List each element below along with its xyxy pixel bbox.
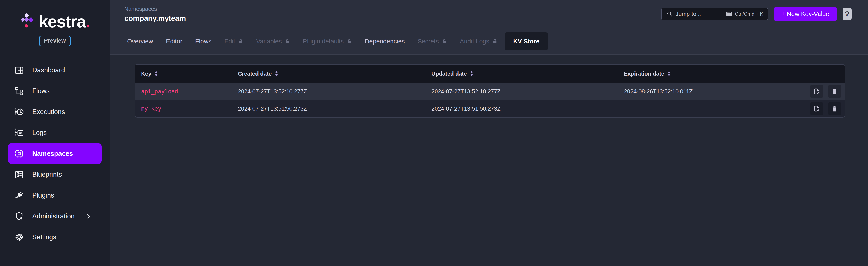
kv-store-content: Key Created date Updated date [110,55,868,266]
sidebar-item-logs[interactable]: Logs [0,122,110,143]
brand-wordmark: kestra. [39,13,90,30]
new-key-value-button[interactable]: + New Key-Value [774,7,837,21]
tab-variables[interactable]: Variables [250,38,296,45]
top-header: Namespaces company.myteam [110,0,868,28]
sidebar-item-dashboard[interactable]: Dashboard [0,60,110,81]
column-header-key[interactable]: Key [135,70,238,77]
trash-icon [831,88,838,95]
kv-table: Key Created date Updated date [135,64,845,118]
column-header-created-date[interactable]: Created date [238,70,431,77]
row-actions [802,102,845,115]
dashboard-grid-icon [14,65,24,75]
delete-key-button[interactable] [828,102,841,115]
tab-label: Flows [195,38,212,45]
keyboard-icon [726,11,732,17]
file-edit-icon [813,88,820,95]
trash-icon [831,105,838,112]
sort-icon[interactable] [154,71,158,77]
kv-updated-date: 2024-07-27T13:52:10.277Z [431,88,624,95]
sidebar-item-label: Dashboard [32,66,65,74]
file-edit-icon [813,105,820,112]
tab-label: Variables [256,38,282,45]
lock-icon [238,38,243,44]
kv-expiration-date: 2024-08-26T13:52:10.011Z [624,88,802,95]
column-header-expiration-date[interactable]: Expiration date [624,70,802,77]
shortcut-hint: Ctrl/Cmd + K [726,11,763,17]
tab-label: Editor [166,38,182,45]
tab-kv-store[interactable]: KV Store [504,32,548,50]
flow-tree-icon [14,86,24,96]
edit-value-button[interactable] [810,85,823,98]
help-icon[interactable]: ? [843,8,851,20]
tab-overview[interactable]: Overview [121,38,159,45]
timeline-text-icon [14,128,24,138]
breadcrumb[interactable]: Namespaces [124,6,186,12]
sidebar-item-plugins[interactable]: Plugins [0,185,110,206]
sidebar-item-label: Plugins [32,191,54,199]
ballot-icon [14,170,24,179]
kv-created-date: 2024-07-27T13:52:10.277Z [238,88,431,95]
tab-label: Secrets [417,38,439,45]
sidebar-item-settings[interactable]: Settings [0,227,110,247]
tab-plugin-defaults[interactable]: Plugin defaults [297,38,358,45]
preview-badge: Preview [39,36,71,46]
column-label: Expiration date [624,70,664,77]
sidebar-item-namespaces[interactable]: Namespaces [8,143,101,164]
tab-secrets[interactable]: Secrets [412,38,453,45]
tab-label: Plugin defaults [303,38,344,45]
delete-key-button[interactable] [828,85,841,98]
tab-flows[interactable]: Flows [189,38,217,45]
sort-icon[interactable] [470,71,473,77]
page-title: company.myteam [124,14,186,23]
sidebar-item-flows[interactable]: Flows [0,81,110,101]
tab-edit[interactable]: Edit [218,38,249,45]
chevron-right-icon [85,213,92,219]
sidebar-item-administration[interactable]: Administration [0,206,110,227]
sidebar-item-label: Blueprints [32,171,62,178]
search-icon [666,11,673,17]
sidebar-item-executions[interactable]: Executions [0,101,110,122]
tab-editor[interactable]: Editor [160,38,188,45]
search-input[interactable] [676,11,723,18]
brand-dot: . [86,12,90,31]
column-label: Key [141,70,151,77]
tab-audit-logs[interactable]: Audit Logs [454,38,503,45]
namespace-tabs: Overview Editor Flows Edit Variables Plu… [110,28,868,55]
lock-icon [492,38,497,44]
kestra-logo[interactable]: kestra. [20,12,90,31]
kv-created-date: 2024-07-27T13:51:50.273Z [238,106,431,112]
tab-label: Audit Logs [460,38,489,45]
edit-value-button[interactable] [810,102,823,115]
kv-table-header: Key Created date Updated date [135,65,845,83]
brand-block: kestra. Preview [0,12,110,46]
tab-dependencies[interactable]: Dependencies [359,38,410,45]
jump-to-search[interactable]: Ctrl/Cmd + K [661,8,768,20]
main-area: Namespaces company.myteam [110,0,868,266]
column-label: Updated date [431,70,467,77]
lock-icon [285,38,290,44]
sidebar: kestra. Preview Dashboard [0,0,110,266]
sidebar-item-label: Administration [32,212,74,220]
table-row: my_key 2024-07-27T13:51:50.273Z 2024-07-… [135,100,845,117]
kv-key[interactable]: api_payload [135,88,238,95]
kv-updated-date: 2024-07-27T13:51:50.273Z [431,106,624,112]
header-actions: Ctrl/Cmd + K + New Key-Value ? [661,7,857,21]
tab-label: Dependencies [365,38,405,45]
lock-icon [347,38,352,44]
shortcut-label: Ctrl/Cmd + K [735,11,763,17]
tab-label: Edit [224,38,235,45]
lock-icon [442,38,447,44]
tab-label: KV Store [513,38,539,45]
row-actions [802,85,845,98]
kestra-logo-mark-icon [20,12,34,31]
tab-label: Overview [127,38,153,45]
sidebar-item-label: Logs [32,129,47,137]
sidebar-item-label: Flows [32,87,50,95]
sidebar-item-blueprints[interactable]: Blueprints [0,164,110,185]
sidebar-item-label: Namespaces [32,150,73,157]
kv-key[interactable]: my_key [135,106,238,112]
column-header-updated-date[interactable]: Updated date [431,70,624,77]
title-block: Namespaces company.myteam [124,6,186,23]
sort-icon[interactable] [668,71,671,77]
sort-icon[interactable] [275,71,278,77]
